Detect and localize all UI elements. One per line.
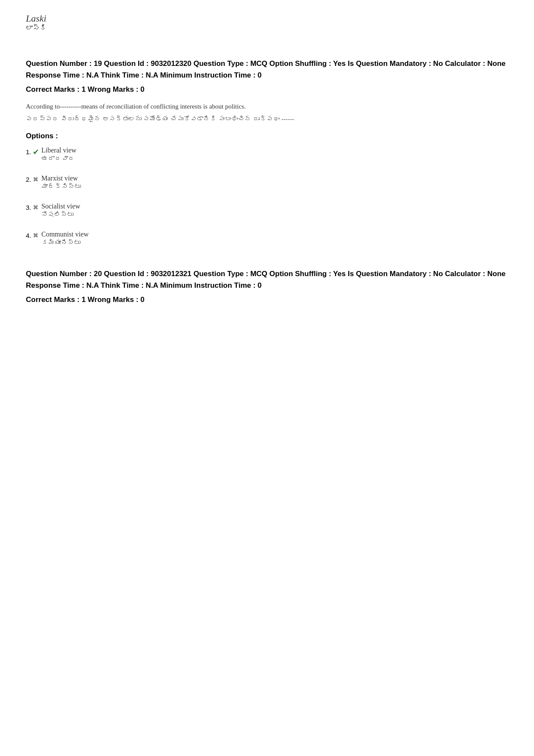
- option-2-number: 2. ✖: [26, 175, 41, 184]
- options-label: Options :: [26, 132, 508, 140]
- option-3: 3. ✖ Socialist view సోషలిస్టు: [26, 202, 508, 218]
- option-1-content: Liberal view ఉదారవాద: [41, 146, 76, 162]
- option-1-number: 1. ✔: [26, 147, 41, 157]
- option-4: 4. ✖ Communist view కమ్యూనిస్టు: [26, 230, 508, 246]
- question-19-meta: Question Number : 19 Question Id : 90320…: [26, 58, 508, 81]
- option-3-english: Socialist view: [41, 202, 80, 210]
- option-3-number: 3. ✖: [26, 203, 41, 212]
- option-2-english: Marxist view: [41, 174, 81, 182]
- logo-title: Laski: [26, 13, 508, 24]
- correct-icon: ✔: [33, 147, 39, 157]
- option-2: 2. ✖ Marxist view మార్క్సిస్టు: [26, 174, 508, 190]
- option-2-content: Marxist view మార్క్సిస్టు: [41, 174, 81, 190]
- wrong-icon-4: ✖: [33, 231, 38, 240]
- question-19-text-telugu: పరస్పర విరుద్ధమైన అసక్తులను సమోఢ్య చేసుక…: [26, 114, 508, 124]
- question-20-block: Question Number : 20 Question Id : 90320…: [26, 268, 508, 304]
- wrong-icon-2: ✖: [33, 175, 38, 184]
- option-2-num-text: 2.: [26, 176, 31, 183]
- option-4-num-text: 4.: [26, 232, 31, 239]
- option-1: 1. ✔ Liberal view ఉదారవాద: [26, 146, 508, 162]
- option-4-content: Communist view కమ్యూనిస్టు: [41, 230, 89, 246]
- option-3-num-text: 3.: [26, 204, 31, 211]
- option-4-english: Communist view: [41, 230, 89, 238]
- option-1-english: Liberal view: [41, 146, 76, 154]
- option-1-telugu: ఉదారవాద: [41, 155, 76, 162]
- option-3-telugu: సోషలిస్టు: [41, 211, 80, 218]
- wrong-icon-3: ✖: [33, 203, 38, 212]
- option-1-num-text: 1.: [26, 148, 31, 156]
- option-2-telugu: మార్క్సిస్టు: [41, 183, 81, 190]
- logo-subtitle: లాస్కి: [26, 24, 508, 32]
- question-19-marks: Correct Marks : 1 Wrong Marks : 0: [26, 85, 508, 94]
- question-20-marks: Correct Marks : 1 Wrong Marks : 0: [26, 296, 508, 304]
- question-19-block: Question Number : 19 Question Id : 90320…: [26, 58, 508, 246]
- question-19-text-english: According to----------means of reconcili…: [26, 102, 508, 112]
- option-3-content: Socialist view సోషలిస్టు: [41, 202, 80, 218]
- logo-block: Laski లాస్కి: [26, 13, 508, 32]
- question-20-meta: Question Number : 20 Question Id : 90320…: [26, 268, 508, 291]
- option-4-number: 4. ✖: [26, 231, 41, 240]
- option-4-telugu: కమ్యూనిస్టు: [41, 239, 89, 246]
